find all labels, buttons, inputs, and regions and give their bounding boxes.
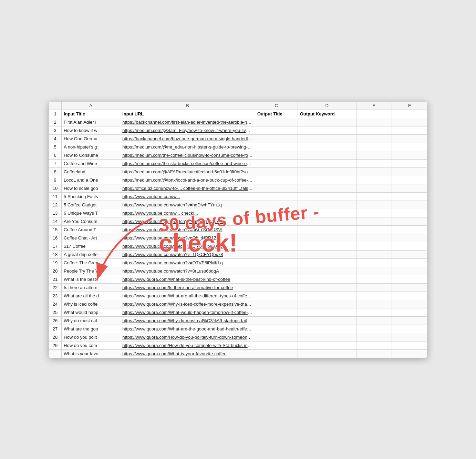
cell-E xyxy=(356,316,392,325)
cell-E xyxy=(356,275,392,283)
cell-D xyxy=(298,292,356,300)
cell-C: Output Title xyxy=(255,110,298,118)
col-header-B: B xyxy=(120,101,255,110)
cell-D xyxy=(298,184,356,192)
cell-B[interactable]: https://medium.com/the-starbucks-collect… xyxy=(120,159,255,167)
table-row: 115 Shocking Factshttps://www.youtube.co… xyxy=(49,192,427,201)
table-row: 15Coffee Around Thttps://www.youtube.com… xyxy=(49,225,427,234)
cell-C xyxy=(255,292,298,300)
cell-B[interactable]: https://www.quora.com/Why-is-iced-coffee… xyxy=(120,300,255,308)
cell-E xyxy=(356,126,392,134)
col-header-D: D xyxy=(298,101,356,110)
cell-A: Input Title xyxy=(62,110,120,118)
cell-F xyxy=(392,325,427,333)
col-header-C: C xyxy=(255,101,298,110)
table-row: 14Are You Consumhttps://www.youtube.com/… xyxy=(49,217,427,225)
cell-F xyxy=(392,242,427,250)
cell-B[interactable]: https://www.quora.com/How-do-you-compete… xyxy=(120,341,255,349)
cell-D xyxy=(298,308,356,316)
cell-B[interactable]: https://www.quora.com/Why-do-most-caf%C3… xyxy=(120,316,255,325)
cell-B[interactable]: https://www.quora.com/What-is-the-best-k… xyxy=(120,275,255,283)
cell-F xyxy=(392,234,427,242)
cell-D xyxy=(298,300,356,308)
cell-D xyxy=(298,283,356,292)
cell-B[interactable]: https://www.youtube.com/watch?v=aBLYSO0D… xyxy=(120,225,255,234)
cell-E xyxy=(356,167,392,176)
cell-B[interactable]: https://www.quora.com/Is-there-an-altern… xyxy=(120,283,255,292)
cell-F xyxy=(392,308,427,316)
cell-A: LocoL and a One xyxy=(62,176,120,184)
cell-B[interactable]: https://www.quora.com/What-are-the-good-… xyxy=(120,325,255,333)
cell-A: Coffee and Wine xyxy=(62,159,120,167)
cell-F xyxy=(392,151,427,159)
cell-B[interactable]: https://www.youtube.com/w... xyxy=(120,192,255,201)
cell-B[interactable]: https://www.youtube.com/watch?v=Ok_tNPR1… xyxy=(120,234,255,242)
cell-D xyxy=(298,341,356,349)
cell-A: How to know if w xyxy=(62,126,120,134)
cell-B[interactable]: https://www.youtube.com/w... check!... xyxy=(120,209,255,217)
table-row: 28How do you polithttps://www.quora.com/… xyxy=(49,333,427,341)
cell-A: How do you com xyxy=(62,341,120,349)
cell-C xyxy=(255,126,298,134)
cell-B[interactable]: https://www.youtube.com/watch?v=Um0eXp8B… xyxy=(120,242,255,250)
cell-B[interactable]: https://www.youtube.com/watch?v=8rLusu6o… xyxy=(120,267,255,275)
cell-D xyxy=(298,349,356,358)
cell-F xyxy=(392,110,427,118)
cell-B[interactable]: https://office.qz.com/how-to-... coffee-… xyxy=(120,184,255,192)
row-number: 3 xyxy=(49,126,62,134)
cell-F xyxy=(392,118,427,126)
cell-B[interactable]: https://www.youtube.com/watch?v=0mgmayMS… xyxy=(120,217,255,225)
cell-C xyxy=(255,333,298,341)
row-number: 25 xyxy=(49,308,62,316)
cell-C xyxy=(255,250,298,258)
cell-B[interactable]: https://medium.com/@AFARmedia/coffeeland… xyxy=(120,167,255,176)
cell-A: What is your favo xyxy=(62,349,120,358)
row-number: 22 xyxy=(49,283,62,292)
cell-B[interactable]: https://medium.com/@Sam_Floy/how-to-know… xyxy=(120,126,255,134)
cell-D xyxy=(298,250,356,258)
cell-B[interactable]: https://medium.com/@mr_ed/a-non-hipster-… xyxy=(120,143,255,151)
cell-C xyxy=(255,300,298,308)
cell-A: A non-hipster's g xyxy=(62,143,120,151)
cell-A: Are You Consum xyxy=(62,217,120,225)
cell-E xyxy=(356,333,392,341)
row-number: 15 xyxy=(49,225,62,234)
cell-B[interactable]: https://www.quora.com/What-is-your-favou… xyxy=(120,349,255,358)
cell-A: Why is iced coffe xyxy=(62,300,120,308)
cell-A: What would happ xyxy=(62,308,120,316)
table-row: 3How to know if whttps://medium.com/@Sam… xyxy=(49,126,427,134)
cell-E xyxy=(356,110,392,118)
cell-C xyxy=(255,275,298,283)
table-row: 17$17 Coffeehttps://www.youtube.com/watc… xyxy=(49,242,427,250)
row-number: 18 xyxy=(49,250,62,258)
row-number: 20 xyxy=(49,267,62,275)
cell-B[interactable]: https://www.quora.com/What-would-happen-… xyxy=(120,308,255,316)
row-number: 1 xyxy=(49,110,62,118)
cell-B[interactable]: https://backchannel.com/first-alan-adler… xyxy=(120,118,255,126)
cell-E xyxy=(356,143,392,151)
cell-B[interactable]: https://www.youtube.com/watch?v=hqDlwhFY… xyxy=(120,201,255,209)
cell-B[interactable]: https://backchannel.com/how-one-german-m… xyxy=(120,134,255,143)
cell-B[interactable]: https://www.youtube.com/watch?v=OTVE5iPM… xyxy=(120,258,255,267)
cell-C xyxy=(255,118,298,126)
cell-B[interactable]: https://www.quora.com/How-do-you-politel… xyxy=(120,333,255,341)
cell-C xyxy=(255,159,298,167)
cell-E xyxy=(356,118,392,126)
cell-E xyxy=(356,151,392,159)
cell-B[interactable]: https://www.youtube.com/watch?v=1QkCEYQb… xyxy=(120,250,255,258)
cell-E xyxy=(356,159,392,167)
cell-D xyxy=(298,325,356,333)
cell-D xyxy=(298,275,356,283)
cell-F xyxy=(392,225,427,234)
cell-B[interactable]: https://medium.com/the-coffeelicious/how… xyxy=(120,151,255,159)
cell-C xyxy=(255,209,298,217)
cell-F xyxy=(392,300,427,308)
cell-B[interactable]: https://medium.com/@tonx/locol-and-a-one… xyxy=(120,176,255,184)
cell-A: How do you polit xyxy=(62,333,120,341)
cell-E xyxy=(356,292,392,300)
spreadsheet-container: A B C D E F 1Input TitleInput URLOutput … xyxy=(49,101,427,358)
row-number: 16 xyxy=(49,234,62,242)
cell-B[interactable]: https://www.quora.com/What-are-all-the-d… xyxy=(120,292,255,300)
cell-E xyxy=(356,308,392,316)
row-number: 12 xyxy=(49,201,62,209)
